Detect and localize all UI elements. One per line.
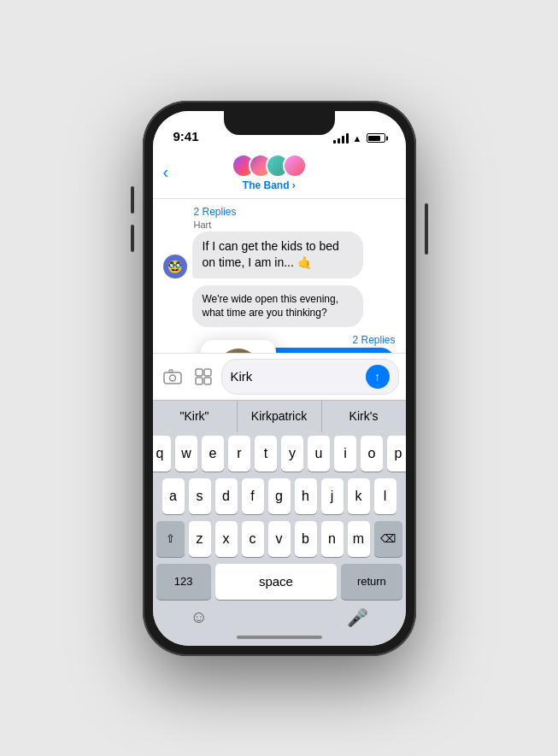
avatar-4 bbox=[283, 154, 307, 178]
phone-screen: 9:41 ▲ ‹ bbox=[153, 111, 406, 646]
mention-avatar: 🧔 bbox=[217, 349, 260, 352]
key-s[interactable]: s bbox=[189, 478, 211, 514]
appstore-icon bbox=[195, 368, 212, 385]
status-time: 9:41 bbox=[173, 129, 199, 144]
signal-icon bbox=[333, 133, 349, 144]
emoji-button[interactable]: ☺ bbox=[191, 607, 208, 627]
svg-point-1 bbox=[169, 375, 175, 381]
group-name: The Band › bbox=[243, 179, 296, 191]
mic-button[interactable]: 🎤 bbox=[347, 607, 368, 628]
key-m[interactable]: m bbox=[348, 521, 370, 557]
message-row-2: We're wide open this evening, what time … bbox=[163, 285, 396, 328]
key-o[interactable]: o bbox=[361, 436, 383, 472]
key-z[interactable]: z bbox=[189, 521, 211, 557]
svg-rect-6 bbox=[204, 378, 211, 384]
camera-icon bbox=[163, 369, 182, 384]
keyboard: q w e r t y u i o p a s d f g bbox=[153, 432, 406, 629]
space-key[interactable]: space bbox=[215, 564, 338, 600]
bubble-2: We're wide open this evening, what time … bbox=[192, 285, 363, 328]
input-text: Kirk bbox=[231, 369, 253, 384]
camera-button[interactable] bbox=[160, 364, 185, 390]
group-info[interactable]: The Band › bbox=[168, 154, 369, 191]
autocomplete-item-1[interactable]: "Kirk" bbox=[153, 401, 238, 432]
key-p[interactable]: p bbox=[387, 436, 406, 472]
mention-popup[interactable]: 🧔 Kirk bbox=[201, 340, 276, 352]
screen-content: 9:41 ▲ ‹ bbox=[153, 111, 406, 646]
nav-bar: ‹ The Band › bbox=[153, 149, 406, 199]
message-input[interactable]: Kirk ↑ bbox=[221, 359, 399, 395]
key-b[interactable]: b bbox=[295, 521, 317, 557]
key-f[interactable]: f bbox=[242, 478, 264, 514]
bubble-1: If I can get the kids to bed on time, I … bbox=[192, 231, 363, 278]
battery-icon bbox=[367, 133, 385, 143]
back-button[interactable]: ‹ bbox=[163, 162, 169, 182]
keyboard-row-2: a s d f g h j k l bbox=[156, 478, 402, 514]
autocomplete-item-3[interactable]: Kirk's bbox=[322, 401, 406, 432]
home-indicator bbox=[153, 629, 406, 646]
svg-rect-0 bbox=[164, 372, 181, 384]
shift-key[interactable]: ⇧ bbox=[156, 521, 185, 557]
key-y[interactable]: y bbox=[281, 436, 303, 472]
key-n[interactable]: n bbox=[321, 521, 344, 557]
key-h[interactable]: h bbox=[295, 478, 317, 514]
key-g[interactable]: g bbox=[268, 478, 291, 514]
phone-frame: 9:41 ▲ ‹ bbox=[143, 101, 416, 656]
appstore-button[interactable] bbox=[191, 364, 216, 390]
messages-list: 2 Replies Hart 🥸 If I can get the kids t… bbox=[153, 199, 406, 353]
messages-area[interactable]: 2 Replies Hart 🥸 If I can get the kids t… bbox=[153, 199, 406, 353]
numbers-key[interactable]: 123 bbox=[156, 564, 211, 600]
keyboard-row-4: 123 space return bbox=[156, 564, 402, 600]
group-avatars bbox=[232, 154, 307, 178]
replies-label-1[interactable]: 2 Replies bbox=[194, 206, 396, 218]
power-button[interactable] bbox=[425, 203, 428, 255]
status-icons: ▲ bbox=[333, 133, 385, 144]
key-c[interactable]: c bbox=[242, 521, 264, 557]
autocomplete-item-2[interactable]: Kirkpatrick bbox=[238, 401, 322, 432]
wifi-icon: ▲ bbox=[353, 133, 362, 144]
key-a[interactable]: a bbox=[162, 478, 185, 514]
key-d[interactable]: d bbox=[215, 478, 238, 514]
svg-rect-5 bbox=[196, 378, 203, 384]
avatar-hart: 🥸 bbox=[163, 255, 187, 278]
thread-2: We're wide open this evening, what time … bbox=[163, 285, 396, 328]
volume-up-button[interactable] bbox=[131, 186, 134, 214]
keyboard-row-1: q w e r t y u i o p bbox=[156, 436, 402, 472]
key-e[interactable]: e bbox=[202, 436, 224, 472]
thread-1: 2 Replies Hart 🥸 If I can get the kids t… bbox=[163, 206, 396, 278]
key-v[interactable]: v bbox=[268, 521, 291, 557]
bottom-bar: ☺ 🎤 bbox=[156, 607, 402, 629]
thread-3: 2 Replies How about 8 p.m. so maybe Hart… bbox=[163, 334, 396, 352]
delete-key[interactable]: ⌫ bbox=[374, 521, 402, 557]
key-l[interactable]: l bbox=[374, 478, 396, 514]
svg-rect-2 bbox=[169, 370, 173, 372]
back-arrow-icon: ‹ bbox=[163, 162, 169, 182]
input-area: Kirk ↑ bbox=[153, 353, 406, 400]
key-j[interactable]: j bbox=[321, 478, 344, 514]
send-icon: ↑ bbox=[374, 370, 380, 384]
volume-down-button[interactable] bbox=[131, 225, 134, 252]
autocomplete-bar: "Kirk" Kirkpatrick Kirk's bbox=[153, 400, 406, 432]
message-row-3: How about 8 p.m. so maybe Hart can join? bbox=[163, 348, 396, 352]
keyboard-row-3: ⇧ z x c v b n m ⌫ bbox=[156, 521, 402, 557]
key-x[interactable]: x bbox=[215, 521, 238, 557]
key-u[interactable]: u bbox=[308, 436, 330, 472]
key-r[interactable]: r bbox=[228, 436, 250, 472]
svg-rect-4 bbox=[204, 369, 211, 376]
key-w[interactable]: w bbox=[175, 436, 197, 472]
send-button[interactable]: ↑ bbox=[366, 365, 390, 389]
sender-name-1: Hart bbox=[194, 220, 396, 230]
key-k[interactable]: k bbox=[348, 478, 370, 514]
key-i[interactable]: i bbox=[334, 436, 356, 472]
key-t[interactable]: t bbox=[255, 436, 277, 472]
notch bbox=[224, 111, 335, 135]
key-q[interactable]: q bbox=[153, 436, 172, 472]
home-bar bbox=[237, 636, 322, 639]
replies-label-3[interactable]: 2 Replies bbox=[163, 334, 396, 346]
message-row-1: 🥸 If I can get the kids to bed on time, … bbox=[163, 231, 396, 278]
svg-rect-3 bbox=[196, 369, 203, 376]
return-key[interactable]: return bbox=[341, 564, 402, 600]
